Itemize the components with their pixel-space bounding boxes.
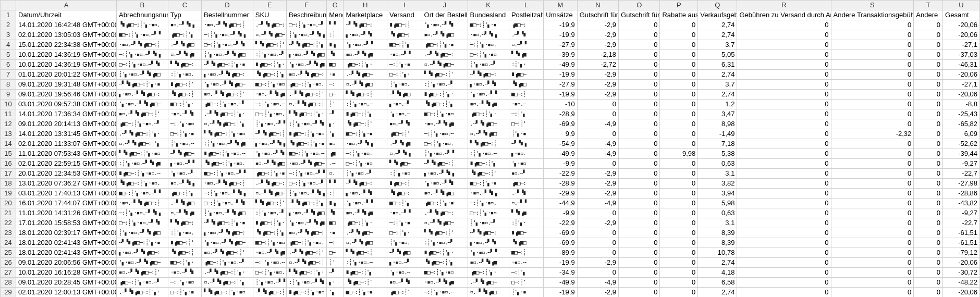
cell[interactable]: 9,9	[544, 129, 577, 139]
cell[interactable]: ▪▫.╌▘▝∎▗	[168, 20, 201, 30]
cell[interactable]: 10.01.2020 14:36:19 GMT+00:00	[16, 50, 117, 60]
cell[interactable]: 0	[831, 90, 914, 100]
cell[interactable]: 0	[914, 100, 943, 109]
cell[interactable]: .╌▘▝∎▗■□─:	[422, 50, 468, 60]
cell[interactable]: 0	[660, 100, 698, 109]
row-header[interactable]: 3	[1, 30, 16, 40]
cell[interactable]: ▗■□─:	[509, 20, 543, 30]
cell[interactable]: 0	[831, 179, 914, 189]
cell[interactable]: ╌▘▝∎▗■□─:	[344, 20, 387, 30]
cell[interactable]: ┊'▖·▪▫.╌▘▝∎▗	[287, 189, 327, 199]
cell[interactable]: -79,12	[943, 248, 980, 258]
cell[interactable]: 0	[914, 248, 943, 258]
cell[interactable]: 0	[831, 80, 914, 90]
cell[interactable]: 6,09	[943, 129, 980, 139]
cell[interactable]: ■□─:┊'▖	[387, 199, 422, 208]
cell[interactable]: ─:┊'▖	[509, 109, 543, 119]
row-header[interactable]: 27	[1, 268, 16, 278]
cell[interactable]: 0	[831, 218, 914, 228]
cell[interactable]: 0	[737, 70, 831, 80]
header-cell[interactable]: Versand	[387, 10, 422, 20]
cell[interactable]: 0	[660, 109, 698, 119]
cell[interactable]: 0	[660, 208, 698, 218]
cell[interactable]: '▖	[327, 288, 344, 298]
cell[interactable]: ╌▘▝∎▗■□─	[168, 149, 201, 159]
cell[interactable]: -20,06	[943, 90, 980, 100]
cell[interactable]: -22,7	[943, 218, 980, 228]
cell[interactable]: ▗■□─:┊'▖·▪▫.	[287, 238, 327, 248]
cell[interactable]: ▫.╌▘▝∎▗■□─:┊	[287, 258, 327, 268]
row-header[interactable]: 2	[1, 20, 16, 30]
cell[interactable]: 0	[660, 169, 698, 179]
cell[interactable]: 0	[914, 90, 943, 100]
cell[interactable]: ─:┊'▖·▪	[387, 218, 422, 228]
cell[interactable]: ▪▫.╌▘▝∎▗■□─:┊'	[202, 248, 253, 258]
cell[interactable]: 0	[914, 208, 943, 218]
header-cell[interactable]: Beschreibung	[287, 10, 327, 20]
cell[interactable]: 0	[737, 119, 831, 129]
cell[interactable]: 0	[737, 278, 831, 288]
cell[interactable]: 2,74	[698, 20, 737, 30]
cell[interactable]: -28,86	[943, 189, 980, 199]
cell[interactable]: ▫.╌▘▝∎▗■□─:┊'▖	[117, 139, 168, 149]
cell[interactable]: 0	[660, 70, 698, 80]
cell[interactable]: -19,9	[544, 70, 577, 80]
cell[interactable]: 0	[831, 109, 914, 119]
cell[interactable]: 09.01.2020 20:14:13 GMT+00:00	[16, 119, 117, 129]
cell[interactable]: 0	[831, 248, 914, 258]
cell[interactable]: ▝∎▗■□─:┊'	[344, 119, 387, 129]
cell[interactable]: ·▪▫.╌▘▝∎▗■□─:┊	[117, 199, 168, 208]
cell[interactable]: 0	[619, 119, 660, 129]
column-header-C[interactable]: C	[168, 1, 201, 10]
cell[interactable]: ▪▫.╌▘▝∎▗■□	[253, 159, 286, 169]
cell[interactable]: 0	[831, 288, 914, 298]
cell[interactable]: 0	[831, 50, 914, 60]
cell[interactable]: 0	[577, 159, 618, 169]
row-header[interactable]: 23	[1, 228, 16, 238]
cell[interactable]: ▫.╌▘▝∎▗■□─	[253, 30, 286, 40]
cell[interactable]: ╌▘	[327, 268, 344, 278]
cell[interactable]: 0	[831, 238, 914, 248]
cell[interactable]: :┊'▖·▪▫.╌▘▝∎▗■	[202, 139, 253, 149]
cell[interactable]: 0	[914, 169, 943, 179]
cell[interactable]: :┊'▖·	[509, 218, 543, 228]
column-header-P[interactable]: P	[660, 1, 698, 10]
cell[interactable]: '▖·▪▫.╌▘▝	[468, 90, 509, 100]
cell[interactable]: ▗■□─:┊'▖	[168, 189, 201, 199]
cell[interactable]: -28,9	[544, 179, 577, 189]
cell[interactable]: ∎▗■□─:┊'▖·▪▫	[287, 288, 327, 298]
cell[interactable]: ∎▗■□─:┊'	[168, 80, 201, 90]
cell[interactable]: ■□─:┊'▖·▪▫.╌	[287, 149, 327, 159]
cell[interactable]: 11.01.2020 07:53:43 GMT+00:00	[16, 149, 117, 159]
cell[interactable]: ■□─:┊'▖·	[168, 100, 201, 109]
cell[interactable]: ▖·	[327, 119, 344, 129]
cell[interactable]: 0	[660, 159, 698, 169]
cell[interactable]: □─:┊'▖·▪▫.╌▘▝∎	[202, 199, 253, 208]
cell[interactable]: □─:┊'▖·▪▫	[344, 159, 387, 169]
cell[interactable]: ■□─:┊'▖·▪	[344, 288, 387, 298]
cell[interactable]: ▖·▪▫.╌▘▝∎	[468, 80, 509, 90]
cell[interactable]: 0	[914, 60, 943, 70]
column-header-L[interactable]: L	[509, 1, 543, 10]
cell[interactable]: ▪▫.╌▘▝∎▗■	[468, 258, 509, 268]
cell[interactable]: ▗■□─:┊'▖·▪	[422, 40, 468, 50]
cell[interactable]: ▝∎▗■□─:┊'	[344, 278, 387, 288]
cell[interactable]: -2,9	[577, 288, 618, 298]
header-cell[interactable]: Bestellnummer	[202, 10, 253, 20]
cell[interactable]: 0	[660, 288, 698, 298]
cell[interactable]: ■□	[327, 218, 344, 228]
cell[interactable]: -2,9	[577, 218, 618, 228]
cell[interactable]: ▫.╌▘▝∎▗■□	[468, 129, 509, 139]
cell[interactable]: ╌▘	[327, 109, 344, 119]
cell[interactable]: 14.01.2020 17:36:34 GMT+00:00	[16, 109, 117, 119]
cell[interactable]: 02.01.2020 12:00:13 GMT+00:00	[16, 288, 117, 298]
cell[interactable]: ·▪▫.╌	[509, 258, 543, 268]
cell[interactable]: 4,18	[698, 268, 737, 278]
cell[interactable]: -2,72	[577, 60, 618, 70]
cell[interactable]: -22,9	[544, 218, 577, 228]
cell[interactable]: ▝∎▗■□─:┊'▖·▪▫.	[202, 159, 253, 169]
cell[interactable]: ─:┊'▖·▪▫	[168, 278, 201, 288]
cell[interactable]: '▖·▪▫.╌	[387, 109, 422, 119]
cell[interactable]: ■□─:┊'▖·▪	[468, 20, 509, 30]
cell[interactable]: ▫.╌▘▝∎▗■□	[468, 288, 509, 298]
